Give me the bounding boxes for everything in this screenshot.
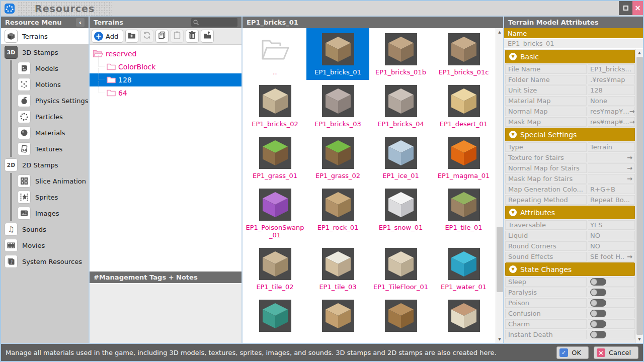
attr-value[interactable]: SE foot H..→ [588, 252, 635, 261]
arrow-right-icon[interactable]: → [627, 154, 632, 161]
attr-value[interactable]: YES [588, 220, 635, 230]
grid-item-ep1-bricks-02[interactable]: EP1_bricks_02 [244, 80, 306, 132]
toggle-charm[interactable] [590, 320, 606, 328]
grid-scrollbar[interactable]: ▲ ▼ [496, 28, 503, 343]
arrow-right-icon[interactable]: → [629, 108, 635, 115]
grid-item-ep1-magma-01[interactable]: EP1_magma_01 [432, 132, 495, 184]
grid-item-ep1-bricks-01c[interactable]: EP1_bricks_01c [432, 28, 495, 80]
grid-item-item[interactable]: .. [244, 28, 306, 80]
close-button[interactable]: × [632, 1, 643, 15]
attr-value[interactable] [588, 330, 635, 339]
section-header-state-changes[interactable]: ▼State Changes [505, 262, 635, 276]
attr-value[interactable]: Repeat Bo... [588, 195, 635, 205]
arrow-right-icon[interactable]: → [627, 253, 632, 260]
attr-value[interactable]: NO [588, 231, 635, 240]
attr-value[interactable]: R+G+B [588, 185, 635, 194]
grid-item-ep1-desert-01[interactable]: EP1_desert_01 [432, 80, 495, 132]
arrow-right-icon[interactable]: → [627, 175, 632, 183]
export-folder-button[interactable] [201, 30, 214, 43]
tree-item-reserved[interactable]: reserved [90, 47, 242, 60]
scroll-up-icon[interactable]: ▲ [496, 28, 504, 36]
attributes-scrollbar[interactable]: ▲ ▼ [635, 49, 643, 343]
sidebar-item-system-resources[interactable]: ♪System Resources [1, 253, 89, 269]
attr-value[interactable]: → [588, 174, 635, 184]
attr-value[interactable]: EP1_bricks... [588, 64, 635, 74]
add-folder-button[interactable] [125, 30, 138, 43]
attr-value[interactable]: NO [588, 241, 635, 251]
sidebar-item-2d-stamps[interactable]: 2D2D Stamps [1, 157, 89, 173]
search-input[interactable] [191, 18, 237, 27]
attr-value[interactable]: 128 [588, 85, 635, 95]
attr-value[interactable]: → [588, 163, 635, 173]
grid-item-ep1-bricks-03[interactable]: EP1_bricks_03 [306, 80, 369, 132]
scroll-down-icon[interactable]: ▼ [496, 335, 504, 343]
sidebar-item-images[interactable]: Images [10, 205, 89, 221]
grid-item-ep1-grass-01[interactable]: EP1_grass_01 [244, 132, 306, 184]
grid-item-ep1-tile-02[interactable]: EP1_tile_02 [244, 243, 306, 295]
grid-item-ep1-water-01[interactable]: EP1_water_01 [432, 243, 495, 295]
sidebar-item-sounds[interactable]: ♫Sounds [1, 221, 89, 237]
arrow-right-icon[interactable]: → [629, 118, 635, 126]
attr-value[interactable] [588, 319, 635, 329]
sidebar-item-sprites[interactable]: Sprites [10, 189, 89, 205]
maximize-button[interactable] [619, 1, 632, 15]
attr-value[interactable] [588, 298, 635, 308]
delete-button[interactable] [186, 30, 199, 43]
attr-value[interactable]: res¥map¥...→ [588, 117, 635, 127]
sidebar-item-textures[interactable]: Textures [10, 141, 89, 157]
toggle-poison[interactable] [590, 299, 606, 307]
section-header-basic[interactable]: ▼Basic [505, 50, 635, 63]
sidebar-item-physics-settings[interactable]: Physics Settings [10, 93, 89, 109]
attr-value[interactable]: Terrain [588, 142, 635, 152]
grid-item-unlabeled[interactable] [369, 295, 432, 343]
grid-item-ep1-bricks-01b[interactable]: EP1_bricks_01b [369, 28, 432, 80]
attr-value[interactable]: None [588, 96, 635, 106]
tree-item-128[interactable]: 128 [90, 73, 242, 86]
name-value-field[interactable]: EP1_bricks_01 [504, 39, 643, 49]
attr-value[interactable] [588, 288, 635, 297]
arrow-right-icon[interactable]: → [627, 164, 632, 172]
ok-button[interactable]: ✓ OK [556, 346, 589, 359]
grid-item-ep1-tile-01[interactable]: EP1_tile_01 [432, 184, 495, 243]
grid-item-unlabeled[interactable] [432, 295, 495, 343]
attr-value[interactable]: res¥map¥...→ [588, 107, 635, 116]
add-button[interactable]: + Add [92, 30, 123, 43]
toggle-instant-death[interactable] [590, 331, 606, 338]
sidebar-item-movies[interactable]: Movies [1, 237, 89, 253]
sidebar-item-terrains[interactable]: Terrains [1, 28, 89, 44]
collapse-sidebar-button[interactable]: ‹ [76, 18, 85, 27]
grid-item-ep1-ice-01[interactable]: EP1_ice_01 [369, 132, 432, 184]
toggle-paralysis[interactable] [590, 289, 606, 296]
attr-value[interactable] [588, 277, 635, 287]
grid-item-unlabeled[interactable] [306, 295, 369, 343]
duplicate-button[interactable] [155, 30, 169, 43]
notes-area[interactable] [90, 283, 242, 343]
grid-item-ep1-tilefloor-01[interactable]: EP1_TileFloor_01 [369, 243, 432, 295]
grid-item-ep1-tile-03[interactable]: EP1_tile_03 [306, 243, 369, 295]
toggle-sleep[interactable] [590, 278, 606, 286]
attributes-scrollbar-thumb[interactable] [636, 57, 643, 335]
tree-item-colorblock[interactable]: ColorBlock [90, 60, 242, 73]
grid-scrollbar-thumb[interactable] [497, 227, 503, 292]
attr-value[interactable]: → [588, 153, 635, 162]
sidebar-item-models[interactable]: Models [10, 60, 89, 76]
grid-item-ep1-bricks-04[interactable]: EP1_bricks_04 [369, 80, 432, 132]
sidebar-item-materials[interactable]: Materials [10, 125, 89, 141]
grid-item-ep1-grass-02[interactable]: EP1_grass_02 [306, 132, 369, 184]
grid-item-ep1-snow-01[interactable]: EP1_snow_01 [369, 184, 432, 243]
section-header-attributes[interactable]: ▼Attributes [505, 206, 635, 219]
toggle-confusion[interactable] [590, 310, 606, 317]
sidebar-item-motions[interactable]: Motions [10, 76, 89, 93]
grid-item-unlabeled[interactable] [244, 295, 306, 343]
grid-item-ep1-rock-01[interactable]: EP1_rock_01 [306, 184, 369, 243]
sidebar-item-3d-stamps[interactable]: 3D3D Stamps [1, 44, 89, 60]
section-header-special-settings[interactable]: ▼Special Settings [505, 128, 635, 141]
sidebar-item-slice-animation[interactable]: Slice Animation [10, 173, 89, 189]
grid-item-ep1-bricks-01[interactable]: EP1_bricks_01 [306, 28, 369, 80]
grid-item-ep1-poisonswanp-01[interactable]: EP1_PoisonSwanp_01 [244, 184, 306, 243]
tree-item-64[interactable]: 64 [90, 86, 242, 100]
sidebar-item-particles[interactable]: Particles [10, 109, 89, 125]
attr-value[interactable]: .¥res¥map [588, 75, 635, 84]
scroll-up-icon[interactable]: ▲ [636, 49, 643, 56]
scroll-down-icon[interactable]: ▼ [636, 335, 643, 343]
